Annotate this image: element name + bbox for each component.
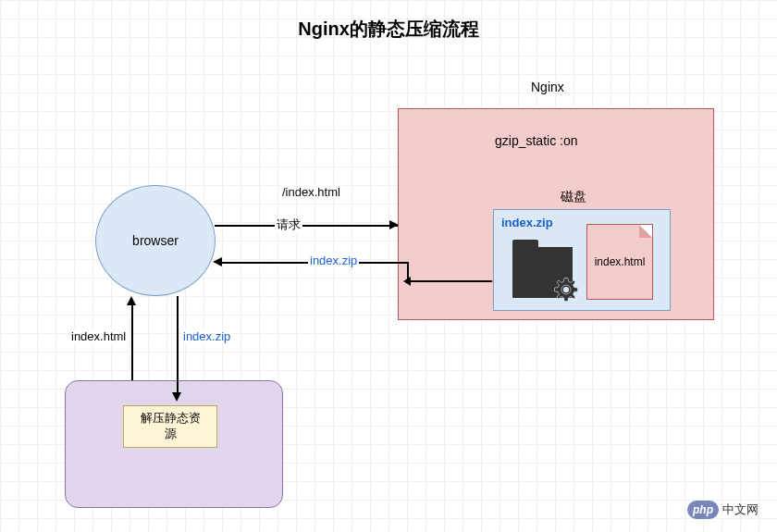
folder-icon [512,247,573,298]
request-arrow-line [215,225,398,227]
zip-filename-label: index.zip [501,216,553,229]
svg-point-0 [563,287,569,292]
up-html-label: index.html [69,329,128,343]
response-arrow-head2 [403,277,411,286]
request-arrow-head [389,220,399,229]
browser-node: browser [95,185,216,296]
file-name-label: index.html [595,255,646,268]
browser-label: browser [132,233,179,248]
up-arrow-head [127,296,136,305]
disk-container: index.zip index.html [493,209,671,311]
gzip-config-label: gzip_static :on [495,133,578,148]
down-arrow-line [177,296,179,392]
file-fold-icon [639,225,652,238]
request-label: 请求 [275,217,302,233]
disk-label: 磁盘 [561,189,586,205]
response-zip-label: index.zip [308,254,359,267]
file-icon: index.html [586,224,653,300]
down-zip-label: index.zip [181,329,232,343]
decompress-label: 解压静态资 源 [141,411,201,442]
folder-tab-icon [512,240,538,249]
diagram-title: Nginx的静态压缩流程 [0,17,777,42]
decompress-box: 解压静态资 源 [123,405,217,448]
request-path-label: /index.html [280,185,342,199]
response-arrow-head [213,257,222,266]
response-arrow-seg1 [407,280,492,282]
watermark: php 中文网 [687,501,758,519]
nginx-label: Nginx [531,80,564,94]
nginx-container: gzip_static :on 磁盘 index.zip index.html [398,108,714,320]
up-arrow-line [131,305,133,380]
gear-icon [552,276,580,303]
php-badge-icon: php [687,501,719,519]
down-arrow-head [172,392,181,402]
watermark-text: 中文网 [722,501,758,518]
